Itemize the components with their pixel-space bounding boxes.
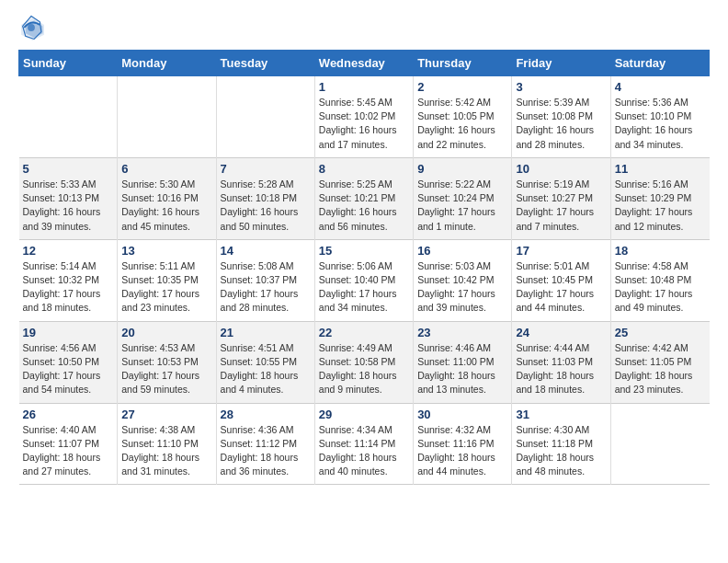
calendar-cell: 3Sunrise: 5:39 AM Sunset: 10:08 PM Dayli…: [512, 76, 610, 158]
calendar-cell: 17Sunrise: 5:01 AM Sunset: 10:45 PM Dayl…: [512, 239, 610, 321]
day-info: Sunrise: 5:16 AM Sunset: 10:29 PM Daylig…: [615, 178, 706, 234]
header-day-friday: Friday: [512, 51, 610, 76]
day-info: Sunrise: 4:42 AM Sunset: 11:05 PM Daylig…: [615, 341, 706, 397]
day-info: Sunrise: 5:22 AM Sunset: 10:24 PM Daylig…: [417, 178, 507, 234]
calendar-cell: 25Sunrise: 4:42 AM Sunset: 11:05 PM Dayl…: [610, 321, 709, 403]
day-number: 14: [221, 244, 311, 258]
day-info: Sunrise: 4:40 AM Sunset: 11:07 PM Daylig…: [23, 423, 114, 479]
day-info: Sunrise: 5:01 AM Sunset: 10:45 PM Daylig…: [516, 259, 606, 316]
calendar-cell: [19, 76, 118, 158]
day-number: 19: [23, 326, 114, 339]
header-day-sunday: Sunday: [19, 51, 118, 76]
calendar-cell: 11Sunrise: 5:16 AM Sunset: 10:29 PM Dayl…: [610, 157, 709, 239]
day-number: 9: [417, 162, 507, 176]
calendar-cell: 5Sunrise: 5:33 AM Sunset: 10:13 PM Dayli…: [19, 157, 118, 239]
day-number: 5: [23, 162, 114, 176]
day-number: 6: [121, 162, 211, 176]
week-row-1: 1Sunrise: 5:45 AM Sunset: 10:02 PM Dayli…: [19, 76, 710, 158]
calendar-cell: 10Sunrise: 5:19 AM Sunset: 10:27 PM Dayl…: [512, 157, 610, 239]
day-info: Sunrise: 5:06 AM Sunset: 10:40 PM Daylig…: [319, 259, 409, 316]
calendar-cell: 28Sunrise: 4:36 AM Sunset: 11:12 PM Dayl…: [216, 403, 314, 485]
week-row-5: 26Sunrise: 4:40 AM Sunset: 11:07 PM Dayl…: [19, 403, 710, 485]
day-number: 11: [615, 162, 706, 176]
day-number: 28: [221, 408, 311, 421]
day-info: Sunrise: 4:51 AM Sunset: 10:55 PM Daylig…: [221, 341, 311, 397]
day-number: 22: [319, 326, 409, 339]
calendar-cell: 24Sunrise: 4:44 AM Sunset: 11:03 PM Dayl…: [512, 321, 610, 403]
header-day-thursday: Thursday: [414, 51, 512, 76]
day-number: 8: [319, 162, 409, 176]
day-number: 3: [516, 80, 606, 94]
calendar-cell: 12Sunrise: 5:14 AM Sunset: 10:32 PM Dayl…: [19, 239, 118, 321]
day-number: 12: [23, 244, 114, 258]
day-info: Sunrise: 5:39 AM Sunset: 10:08 PM Daylig…: [516, 96, 606, 152]
day-info: Sunrise: 4:56 AM Sunset: 10:50 PM Daylig…: [23, 341, 114, 397]
day-number: 1: [319, 80, 409, 94]
day-info: Sunrise: 4:34 AM Sunset: 11:14 PM Daylig…: [319, 423, 409, 479]
day-number: 24: [516, 326, 606, 339]
day-number: 10: [516, 162, 606, 176]
day-info: Sunrise: 4:58 AM Sunset: 10:48 PM Daylig…: [615, 259, 706, 316]
day-info: Sunrise: 5:30 AM Sunset: 10:16 PM Daylig…: [121, 178, 211, 234]
calendar-cell: 7Sunrise: 5:28 AM Sunset: 10:18 PM Dayli…: [216, 157, 314, 239]
day-number: 2: [417, 80, 507, 94]
header-day-wednesday: Wednesday: [314, 51, 413, 76]
header-day-tuesday: Tuesday: [216, 51, 314, 76]
calendar-cell: 4Sunrise: 5:36 AM Sunset: 10:10 PM Dayli…: [610, 76, 709, 158]
day-info: Sunrise: 5:36 AM Sunset: 10:10 PM Daylig…: [615, 96, 706, 152]
calendar-cell: 21Sunrise: 4:51 AM Sunset: 10:55 PM Dayl…: [216, 321, 314, 403]
week-row-2: 5Sunrise: 5:33 AM Sunset: 10:13 PM Dayli…: [19, 157, 710, 239]
day-info: Sunrise: 5:33 AM Sunset: 10:13 PM Daylig…: [23, 178, 114, 234]
day-number: 20: [121, 326, 211, 339]
calendar-cell: 29Sunrise: 4:34 AM Sunset: 11:14 PM Dayl…: [314, 403, 413, 485]
calendar-table: SundayMondayTuesdayWednesdayThursdayFrid…: [18, 50, 710, 485]
day-number: 29: [319, 408, 409, 421]
day-number: 4: [615, 80, 706, 94]
calendar-cell: 6Sunrise: 5:30 AM Sunset: 10:16 PM Dayli…: [118, 157, 216, 239]
day-info: Sunrise: 4:46 AM Sunset: 11:00 PM Daylig…: [417, 341, 507, 397]
calendar-cell: 14Sunrise: 5:08 AM Sunset: 10:37 PM Dayl…: [216, 239, 314, 321]
day-info: Sunrise: 5:45 AM Sunset: 10:02 PM Daylig…: [319, 96, 409, 152]
logo-icon: [18, 15, 44, 40]
day-info: Sunrise: 5:19 AM Sunset: 10:27 PM Daylig…: [516, 178, 606, 234]
day-info: Sunrise: 5:28 AM Sunset: 10:18 PM Daylig…: [221, 178, 311, 234]
calendar-cell: 31Sunrise: 4:30 AM Sunset: 11:18 PM Dayl…: [512, 403, 610, 485]
day-info: Sunrise: 5:14 AM Sunset: 10:32 PM Daylig…: [23, 259, 114, 316]
svg-point-4: [28, 24, 35, 31]
calendar-cell: 13Sunrise: 5:11 AM Sunset: 10:35 PM Dayl…: [118, 239, 216, 321]
calendar-cell: 20Sunrise: 4:53 AM Sunset: 10:53 PM Dayl…: [118, 321, 216, 403]
page: SundayMondayTuesdayWednesdayThursdayFrid…: [0, 0, 728, 500]
day-info: Sunrise: 5:42 AM Sunset: 10:05 PM Daylig…: [417, 96, 507, 152]
day-number: 17: [516, 244, 606, 258]
calendar-cell: 27Sunrise: 4:38 AM Sunset: 11:10 PM Dayl…: [118, 403, 216, 485]
header: [18, 15, 710, 40]
calendar-cell: 9Sunrise: 5:22 AM Sunset: 10:24 PM Dayli…: [414, 157, 512, 239]
day-number: 18: [615, 244, 706, 258]
calendar-cell: 2Sunrise: 5:42 AM Sunset: 10:05 PM Dayli…: [414, 76, 512, 158]
calendar-cell: 26Sunrise: 4:40 AM Sunset: 11:07 PM Dayl…: [19, 403, 118, 485]
calendar-cell: [216, 76, 314, 158]
header-day-saturday: Saturday: [610, 51, 709, 76]
day-number: 7: [221, 162, 311, 176]
header-row: SundayMondayTuesdayWednesdayThursdayFrid…: [19, 51, 710, 76]
day-info: Sunrise: 4:36 AM Sunset: 11:12 PM Daylig…: [221, 423, 311, 479]
calendar-cell: 22Sunrise: 4:49 AM Sunset: 10:58 PM Dayl…: [314, 321, 413, 403]
header-day-monday: Monday: [118, 51, 216, 76]
calendar-cell: 30Sunrise: 4:32 AM Sunset: 11:16 PM Dayl…: [414, 403, 512, 485]
day-info: Sunrise: 4:32 AM Sunset: 11:16 PM Daylig…: [417, 423, 507, 479]
day-info: Sunrise: 5:08 AM Sunset: 10:37 PM Daylig…: [221, 259, 311, 316]
day-number: 27: [121, 408, 211, 421]
logo: [18, 15, 48, 40]
day-info: Sunrise: 5:03 AM Sunset: 10:42 PM Daylig…: [417, 259, 507, 316]
calendar-cell: 1Sunrise: 5:45 AM Sunset: 10:02 PM Dayli…: [314, 76, 413, 158]
day-info: Sunrise: 4:38 AM Sunset: 11:10 PM Daylig…: [121, 423, 211, 479]
day-number: 26: [23, 408, 114, 421]
day-number: 15: [319, 244, 409, 258]
calendar-cell: 18Sunrise: 4:58 AM Sunset: 10:48 PM Dayl…: [610, 239, 709, 321]
day-info: Sunrise: 5:25 AM Sunset: 10:21 PM Daylig…: [319, 178, 409, 234]
day-number: 13: [121, 244, 211, 258]
day-number: 21: [221, 326, 311, 339]
day-info: Sunrise: 5:11 AM Sunset: 10:35 PM Daylig…: [121, 259, 211, 316]
day-info: Sunrise: 4:49 AM Sunset: 10:58 PM Daylig…: [319, 341, 409, 397]
day-number: 31: [516, 408, 606, 421]
